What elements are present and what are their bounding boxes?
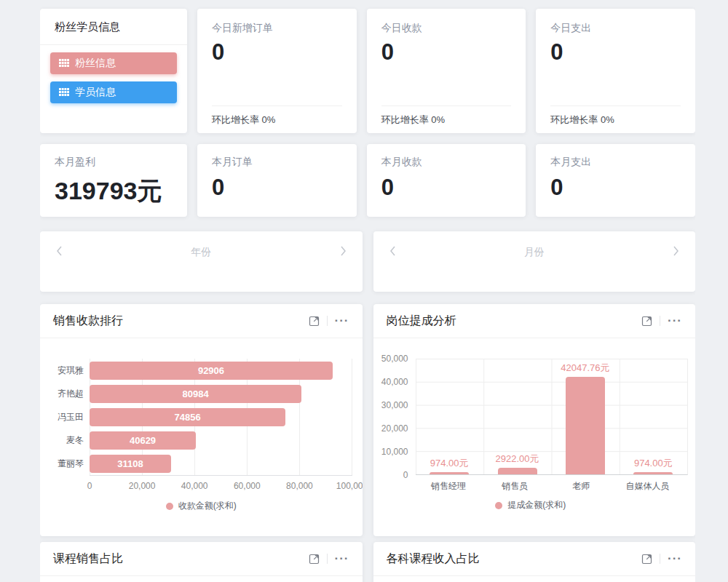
- year-carousel-label: 年份: [191, 246, 211, 259]
- chart-title: 销售收款排行: [53, 314, 309, 329]
- bar-row: 麦冬 40629: [50, 428, 352, 452]
- bar-row: 冯玉田 74856: [50, 405, 352, 428]
- legend-item[interactable]: 提成金额(求和): [373, 499, 689, 511]
- stat-footer: 环比增长率 0%: [212, 105, 342, 133]
- charts-row: 销售收款排行 ··· 安琪雅 92906 齐艳超: [40, 304, 695, 536]
- bar-column: 2922.00元: [483, 359, 551, 474]
- chevron-left-icon[interactable]: [389, 246, 396, 256]
- stat-value: 0: [550, 39, 681, 65]
- category-label: 老师: [548, 480, 614, 493]
- bar[interactable]: [566, 377, 605, 474]
- legend-dot-icon: [495, 502, 502, 509]
- kpi-row-month: 本月盈利 319793元 本月订单 0 本月收款 0 本月支出 0: [40, 144, 695, 217]
- bar-row: 董丽琴 31108: [50, 452, 352, 475]
- expand-icon[interactable]: [309, 554, 320, 565]
- category-label: 齐艳超: [50, 388, 84, 400]
- stat-label: 今日新增订单: [212, 22, 342, 35]
- horizontal-bar-chart: 安琪雅 92906 齐艳超 80984 冯玉田 74856 麦冬: [40, 338, 363, 512]
- month-carousel-label: 月份: [524, 246, 545, 259]
- course-income-share-card: 各科课程收入占比 ···: [373, 542, 696, 582]
- chevron-right-icon[interactable]: [340, 246, 347, 256]
- bar-value-label: 80984: [182, 388, 208, 399]
- bar-track: 74856: [90, 405, 352, 428]
- expand-icon[interactable]: [641, 554, 652, 565]
- fan-info-button-label: 粉丝信息: [75, 57, 116, 70]
- bar-row: 安琪雅 92906: [50, 359, 352, 382]
- legend-item[interactable]: 收款金额(求和): [50, 500, 352, 512]
- expand-icon[interactable]: [641, 316, 652, 327]
- bar-value-label: 974.00元: [634, 457, 673, 470]
- year-carousel: 年份: [40, 231, 363, 292]
- x-tick-label: 0: [87, 481, 92, 491]
- fan-info-button[interactable]: 粉丝信息: [50, 52, 177, 74]
- chart-title: 各科课程收入占比: [387, 551, 642, 567]
- stat-card-today-income: 今日收款 0 环比增长率 0%: [367, 9, 526, 133]
- stat-value: 319793元: [55, 175, 173, 208]
- bar-track: 80984: [90, 382, 352, 405]
- bar-track: 40629: [90, 428, 352, 452]
- chevron-right-icon[interactable]: [673, 246, 679, 256]
- stat-label: 本月订单: [212, 156, 342, 169]
- stat-card-month-income: 本月收款 0: [367, 144, 526, 217]
- bar-row: 齐艳超 80984: [50, 382, 352, 405]
- bar[interactable]: 80984: [90, 385, 301, 403]
- bottom-charts-row: 课程销售占比 ··· 各科课程收入占比 ···: [40, 542, 695, 582]
- legend-label: 提成金额(求和): [507, 499, 566, 511]
- expand-icon[interactable]: [309, 316, 320, 327]
- dashboard-page: 粉丝学员信息 粉丝信息 学员信息 今日新增订单 0 环比增长率: [40, 0, 695, 582]
- bar-column: 42047.76元: [551, 359, 619, 474]
- x-tick-label: 20,000: [129, 481, 156, 491]
- chart-title: 岗位提成分析: [387, 314, 642, 329]
- y-tick-label: 50,000: [381, 354, 408, 364]
- vbar-xlabels: 销售经理销售员老师自媒体人员: [416, 480, 681, 493]
- bar[interactable]: 31108: [90, 455, 171, 473]
- more-icon[interactable]: ···: [335, 555, 349, 562]
- hbar-rows: 安琪雅 92906 齐艳超 80984 冯玉田 74856 麦冬: [50, 359, 352, 475]
- divider: [660, 554, 660, 564]
- y-tick-label: 10,000: [381, 447, 408, 457]
- category-label: 安琪雅: [50, 364, 84, 377]
- fan-student-info-panel: 粉丝学员信息 粉丝信息 学员信息: [40, 9, 187, 133]
- bar[interactable]: 92906: [90, 362, 333, 380]
- stat-value: 0: [550, 175, 681, 201]
- stat-footer: 环比增长率 0%: [550, 105, 681, 133]
- bar[interactable]: 74856: [90, 408, 285, 426]
- x-tick-label: 60,000: [234, 481, 261, 491]
- month-carousel: 月份: [373, 231, 696, 292]
- more-icon[interactable]: ···: [668, 317, 682, 324]
- stat-card-month-expense: 本月支出 0: [536, 144, 695, 217]
- stat-card-month-profit: 本月盈利 319793元: [40, 144, 187, 217]
- bar[interactable]: [430, 472, 469, 474]
- hbar-ticks: 020,00040,00060,00080,000100,000: [90, 476, 352, 493]
- bar-track: 31108: [90, 452, 352, 475]
- bar-column: 974.00元: [416, 359, 483, 474]
- stat-card-month-orders: 本月订单 0: [197, 144, 357, 217]
- y-tick-label: 30,000: [381, 400, 408, 410]
- divider: [660, 316, 660, 326]
- divider: [327, 554, 328, 564]
- commission-analysis-chart-card: 岗位提成分析 ··· 010,00020,00030,00040,00050,0…: [373, 304, 696, 536]
- student-info-button[interactable]: 学员信息: [50, 81, 177, 103]
- bar-column: 974.00元: [620, 359, 687, 474]
- y-tick-label: 20,000: [381, 423, 408, 434]
- bar-value-label: 2922.00元: [496, 453, 539, 466]
- stat-value: 0: [212, 39, 342, 65]
- category-label: 销售经理: [416, 480, 482, 493]
- stat-footer: 环比增长率 0%: [381, 105, 512, 133]
- bar[interactable]: 40629: [90, 431, 196, 450]
- category-label: 麦冬: [50, 434, 84, 447]
- stat-value: 0: [381, 175, 512, 201]
- bar-value-label: 40629: [130, 435, 156, 446]
- bar[interactable]: [633, 472, 673, 474]
- chart-title: 课程销售占比: [53, 551, 309, 567]
- chevron-left-icon[interactable]: [56, 246, 63, 256]
- grid-icon: [59, 87, 69, 98]
- y-tick-label: 0: [403, 470, 408, 480]
- more-icon[interactable]: ···: [335, 317, 349, 324]
- category-label: 董丽琴: [50, 458, 84, 470]
- bar[interactable]: [498, 468, 537, 474]
- bar-value-label: 974.00元: [430, 457, 469, 470]
- stat-card-today-orders: 今日新增订单 0 环比增长率 0%: [197, 9, 357, 133]
- vbar-yaxis: 010,00020,00030,00040,00050,000: [373, 359, 416, 475]
- more-icon[interactable]: ···: [668, 555, 682, 562]
